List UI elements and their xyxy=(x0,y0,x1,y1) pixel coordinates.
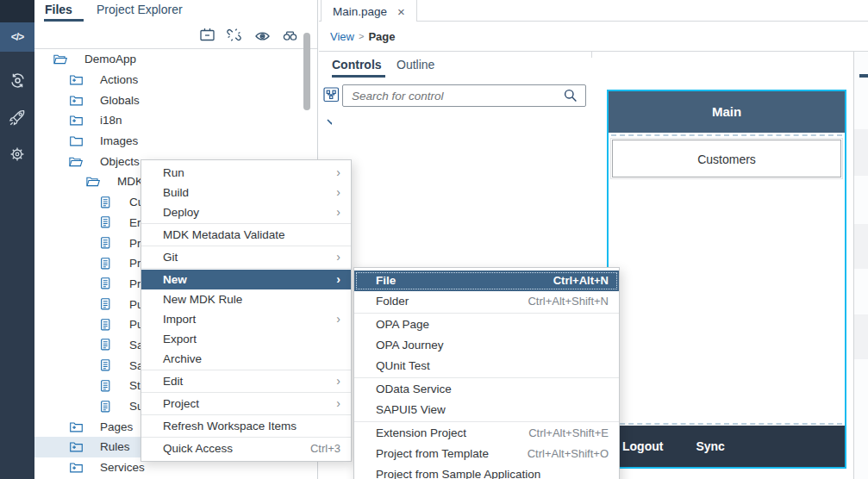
menu-item-build[interactable]: Build› xyxy=(141,183,351,202)
settings-gear-icon[interactable] xyxy=(0,140,34,169)
tree-item-actions[interactable]: Actions xyxy=(34,70,317,90)
right-panel-row xyxy=(854,224,868,269)
code-glyph: </> xyxy=(11,31,23,43)
menu-separator xyxy=(141,268,351,269)
menu-item-file[interactable]: FileCtrl+Alt+N xyxy=(354,271,619,291)
menu-item-label: OPA Journey xyxy=(376,335,609,356)
menu-separator xyxy=(141,370,351,370)
folder-expand-icon xyxy=(70,74,83,85)
menu-item-label: QUnit Test xyxy=(376,356,609,376)
rocket-icon[interactable] xyxy=(0,103,34,133)
tree-item-label: MDK xyxy=(117,175,143,188)
tree-item-i18n[interactable]: i18n xyxy=(34,110,317,131)
folder-expand-icon xyxy=(70,441,83,452)
tree-item-demoapp[interactable]: DemoApp xyxy=(34,49,317,70)
tab-project-explorer[interactable]: Project Explorer xyxy=(97,0,183,22)
menu-item-extension-project[interactable]: Extension ProjectCtrl+Alt+Shift+E xyxy=(354,423,619,444)
menu-item-project[interactable]: Project› xyxy=(141,394,351,414)
tab-main-page[interactable]: Main.page × xyxy=(321,0,417,22)
menu-item-opa-journey[interactable]: OPA Journey xyxy=(354,335,619,356)
right-panel-tab-underline xyxy=(859,74,868,78)
tree-item-label: Actions xyxy=(100,73,138,86)
preview-eye-icon[interactable] xyxy=(255,29,270,45)
menu-item-qunit-test[interactable]: QUnit Test xyxy=(354,356,619,376)
menu-item-git[interactable]: Git› xyxy=(141,247,351,267)
tree-item-globals[interactable]: Globals xyxy=(34,90,317,110)
select-control-icon[interactable] xyxy=(323,87,340,106)
menu-item-label: Refresh Workspace Items xyxy=(163,416,340,436)
rocket-glyph xyxy=(9,109,26,127)
menu-item-quick-access[interactable]: Quick AccessCtrl+3 xyxy=(141,439,351,458)
page-footer-wrap: Logout Sync xyxy=(609,421,845,467)
search-input[interactable] xyxy=(342,84,586,107)
file-icon xyxy=(101,298,110,310)
menu-item-label: SAPUI5 View xyxy=(376,400,609,420)
folder-expand-icon xyxy=(70,115,83,126)
menu-item-label: Git xyxy=(163,247,326,267)
right-panel-row xyxy=(854,314,868,359)
menu-separator xyxy=(141,246,351,246)
folder-expand-icon xyxy=(70,462,83,473)
folder-open-icon xyxy=(86,176,100,187)
menu-item-run[interactable]: Run› xyxy=(141,163,351,183)
page-preview-card[interactable]: Main Customers Logout Sync xyxy=(607,90,846,469)
tree-scrollbar[interactable] xyxy=(303,33,310,110)
menu-item-project-from-template[interactable]: Project from TemplateCtrl+Alt+Shift+O xyxy=(354,444,619,464)
menu-item-label: New MDK Rule xyxy=(163,289,340,309)
menu-item-deploy[interactable]: Deploy› xyxy=(141,202,351,222)
menu-item-label: Project xyxy=(163,394,326,414)
menu-item-folder[interactable]: FolderCtrl+Alt+Shift+N xyxy=(354,291,619,312)
folder-expand-icon xyxy=(70,421,83,432)
breadcrumb: View > Page xyxy=(319,22,868,52)
menu-item-label: Run xyxy=(163,163,326,183)
menu-item-import[interactable]: Import› xyxy=(141,309,351,329)
menu-item-mdk-metadata-validate[interactable]: MDK Metadata Validate xyxy=(141,225,351,245)
menu-item-project-from-sample-application[interactable]: Project from Sample Application xyxy=(354,464,619,479)
file-icon xyxy=(101,216,110,228)
menu-item-new[interactable]: New› xyxy=(141,270,351,289)
binoculars-icon[interactable] xyxy=(283,29,297,45)
settings-gear-glyph xyxy=(9,146,26,163)
menu-item-refresh-workspace-items[interactable]: Refresh Workspace Items xyxy=(141,416,351,436)
context-menu: Run›Build›Deploy›MDK Metadata ValidateGi… xyxy=(141,159,352,462)
explorer-toolbar xyxy=(34,22,317,49)
menu-item-edit[interactable]: Edit› xyxy=(141,371,351,391)
footer-action-sync[interactable]: Sync xyxy=(696,439,724,453)
deploy-sync-icon[interactable] xyxy=(0,65,34,95)
close-icon[interactable]: × xyxy=(397,5,405,18)
submenu-chevron-icon: › xyxy=(336,163,340,183)
menu-item-label: OData Service xyxy=(376,379,609,400)
menu-item-odata-service[interactable]: OData Service xyxy=(354,379,619,400)
menu-separator xyxy=(141,223,351,224)
drop-indicator-bottom xyxy=(611,423,842,425)
menu-item-label: Export xyxy=(163,329,340,349)
tree-item-images[interactable]: Images xyxy=(34,131,317,152)
code-icon[interactable]: </> xyxy=(0,22,34,52)
menu-item-export[interactable]: Export xyxy=(141,329,351,349)
file-icon xyxy=(101,339,110,351)
file-icon xyxy=(101,196,110,208)
tree-item-label: Rules xyxy=(100,440,130,453)
customers-list-item[interactable]: Customers xyxy=(612,140,841,177)
tree-item-label: Globals xyxy=(100,94,140,107)
unlink-icon[interactable] xyxy=(227,28,241,46)
tree-item-label: Er xyxy=(129,216,141,229)
menu-item-sapui5-view[interactable]: SAPUI5 View xyxy=(354,400,619,420)
activity-bar: </> xyxy=(0,0,34,479)
footer-action-logout[interactable]: Logout xyxy=(622,439,663,453)
menu-item-archive[interactable]: Archive xyxy=(141,349,351,369)
explorer-tabs: Files Project Explorer xyxy=(34,0,317,22)
breadcrumb-parent[interactable]: View xyxy=(330,30,354,43)
tab-outline[interactable]: Outline xyxy=(397,58,434,72)
tree-item-label: Pr xyxy=(129,237,141,250)
submenu-chevron-icon: › xyxy=(336,183,340,202)
menu-item-new-mdk-rule[interactable]: New MDK Rule xyxy=(141,289,351,309)
page-header[interactable]: Main xyxy=(609,91,845,133)
menu-item-label: Project from Sample Application xyxy=(376,464,609,479)
menu-item-shortcut: Ctrl+Alt+Shift+O xyxy=(528,444,609,464)
search-icon[interactable] xyxy=(564,89,578,106)
menu-separator xyxy=(354,421,619,422)
new-module-icon[interactable] xyxy=(200,28,215,45)
control-search-row xyxy=(319,78,591,110)
menu-item-opa-page[interactable]: OPA Page xyxy=(354,314,619,335)
